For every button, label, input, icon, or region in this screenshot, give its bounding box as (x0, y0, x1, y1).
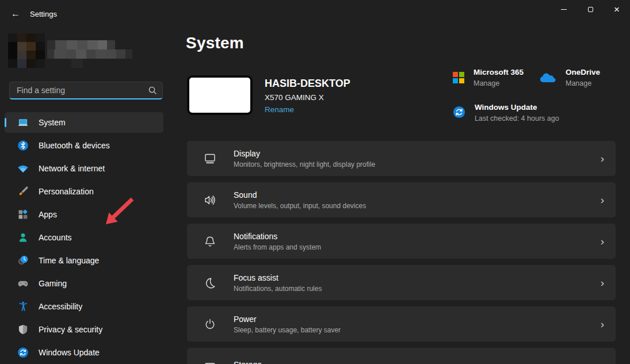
sidebar-item-privacy-security[interactable]: Privacy & security (5, 319, 163, 340)
shield-icon (17, 324, 29, 335)
sidebar-item-label: Bluetooth & devices (39, 141, 110, 150)
device-thumbnail (187, 75, 253, 115)
microsoft-365-card[interactable]: Microsoft 365 Manage (453, 68, 524, 87)
sidebar-item-accounts[interactable]: Accounts (5, 227, 163, 248)
sidebar-item-label: Apps (39, 210, 57, 219)
sidebar-item-time-language[interactable]: Time & language (5, 250, 163, 271)
titlebar: ← Settings × (0, 0, 630, 28)
sidebar-item-label: Time & language (39, 256, 99, 265)
sidebar-item-gaming[interactable]: Gaming (5, 273, 163, 294)
bell-icon (203, 235, 217, 248)
close-icon: × (614, 5, 620, 14)
rename-link[interactable]: Rename (265, 105, 294, 114)
window-title: Settings (30, 10, 57, 18)
avatar (8, 33, 45, 68)
minimize-button[interactable] (551, 0, 577, 19)
row-subtitle: Sleep, battery usage, battery saver (234, 326, 341, 334)
settings-list: Display Monitors, brightness, night ligh… (187, 141, 616, 364)
chevron-right-icon: › (601, 236, 604, 247)
card-title: OneDrive (566, 68, 600, 76)
onedrive-cloud-icon (539, 72, 556, 87)
sidebar-item-network-internet[interactable]: Network & internet (5, 158, 163, 179)
sidebar-nav: System Bluetooth & devices Network & int… (5, 112, 163, 364)
chevron-right-icon: › (601, 319, 604, 329)
sidebar-item-label: Personalization (39, 187, 94, 196)
settings-row-power[interactable]: Power Sleep, battery usage, battery save… (187, 306, 616, 342)
chevron-right-icon: › (601, 277, 604, 288)
windows-update-icon (453, 106, 465, 122)
sidebar-item-label: Windows Update (39, 348, 100, 357)
user-account[interactable] (8, 33, 132, 68)
row-title: Sound (234, 190, 366, 200)
device-model: X570 GAMING X (265, 93, 350, 102)
update-icon (17, 347, 29, 358)
sidebar-item-accessibility[interactable]: Accessibility (5, 296, 163, 317)
sidebar-item-label: Accounts (39, 233, 72, 242)
row-subtitle: Notifications, automatic rules (234, 285, 322, 293)
maximize-icon (588, 7, 593, 12)
wifi-icon (17, 163, 29, 174)
row-title: Display (234, 149, 375, 158)
page-title: System (186, 34, 244, 52)
windows-update-card[interactable]: Windows Update Last checked: 4 hours ago (453, 103, 559, 122)
moon-icon (203, 276, 217, 290)
sidebar-item-label: Accessibility (39, 302, 82, 311)
paintbrush-icon (17, 186, 29, 197)
accessibility-person-icon (17, 301, 29, 312)
settings-row-focus-assist[interactable]: Focus assist Notifications, automatic ru… (187, 265, 616, 300)
row-title: Notifications (234, 232, 321, 241)
card-action: Manage (474, 79, 524, 87)
sidebar-item-windows-update[interactable]: Windows Update (5, 342, 163, 363)
card-action: Manage (566, 79, 600, 87)
sidebar-item-label: Privacy & security (39, 325, 102, 334)
minimize-icon (561, 9, 567, 10)
settings-row-display[interactable]: Display Monitors, brightness, night ligh… (187, 141, 616, 176)
search-input[interactable] (9, 82, 163, 99)
row-subtitle: Volume levels, output, input, sound devi… (234, 202, 366, 210)
user-name-redacted (47, 40, 132, 68)
back-button[interactable]: ← (6, 6, 25, 22)
close-button[interactable]: × (604, 0, 630, 19)
speaker-icon (203, 193, 217, 207)
gamepad-icon (17, 278, 29, 289)
sidebar: System Bluetooth & devices Network & int… (0, 28, 184, 364)
sidebar-item-label: Gaming (39, 279, 67, 288)
chevron-right-icon: › (601, 360, 604, 364)
chevron-right-icon: › (601, 153, 604, 164)
sidebar-item-bluetooth-devices[interactable]: Bluetooth & devices (5, 135, 163, 156)
row-subtitle: Alerts from apps and system (234, 243, 321, 251)
settings-row-notifications[interactable]: Notifications Alerts from apps and syste… (187, 224, 616, 259)
sidebar-item-system[interactable]: System (5, 112, 163, 133)
sidebar-item-label: Network & internet (39, 164, 105, 173)
storage-icon (203, 359, 217, 364)
card-title: Windows Update (475, 103, 559, 112)
clock-globe-icon (17, 255, 29, 266)
settings-row-sound[interactable]: Sound Volume levels, output, input, soun… (187, 182, 616, 217)
microsoft-logo-icon (453, 72, 464, 83)
back-icon: ← (11, 9, 20, 19)
row-title: Focus assist (234, 273, 322, 282)
apps-icon (17, 209, 29, 220)
bluetooth-icon (17, 140, 29, 151)
onedrive-card[interactable]: OneDrive Manage (539, 68, 600, 87)
card-title: Microsoft 365 (474, 68, 524, 76)
main-content: System HASIB-DESKTOP X570 GAMING X Renam… (187, 28, 616, 364)
maximize-button[interactable] (577, 0, 604, 19)
chevron-right-icon: › (601, 194, 604, 205)
sidebar-item-personalization[interactable]: Personalization (5, 181, 163, 202)
row-title: Power (234, 315, 341, 324)
sidebar-item-label: System (39, 118, 66, 127)
row-subtitle: Monitors, brightness, night light, displ… (234, 160, 375, 168)
power-icon (203, 317, 217, 331)
search-icon (148, 86, 157, 97)
settings-row-storage[interactable]: Storage › (187, 348, 616, 364)
person-icon (17, 232, 29, 243)
display-icon (203, 152, 217, 166)
sidebar-item-apps[interactable]: Apps (5, 204, 163, 225)
device-name: HASIB-DESKTOP (265, 78, 350, 90)
system-icon (17, 117, 29, 128)
row-title: Storage (234, 360, 262, 364)
card-status: Last checked: 4 hours ago (475, 114, 559, 122)
